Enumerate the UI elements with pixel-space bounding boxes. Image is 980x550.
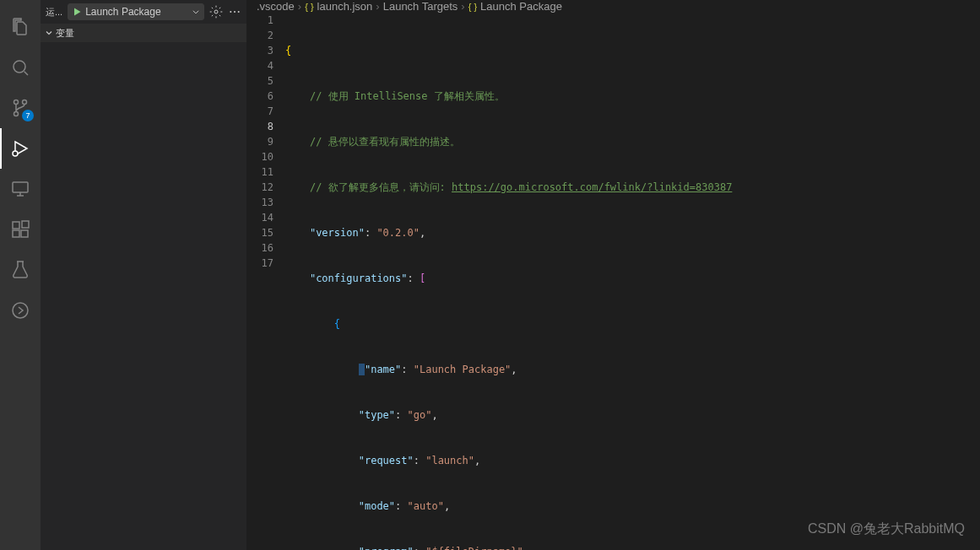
line-number: 17 [246,256,273,271]
config-name: Launch Package [85,6,188,18]
variables-section-header[interactable]: 变量 [41,24,246,42]
svg-point-11 [214,10,218,13]
line-number: 9 [246,134,273,149]
line-number: 1 [246,13,273,28]
line-number: 7 [246,104,273,119]
svg-point-10 [13,303,28,318]
svg-rect-7 [13,230,19,237]
svg-point-0 [14,61,25,73]
line-number: 14 [246,210,273,225]
line-number: 11 [246,164,273,180]
svg-rect-8 [21,230,28,237]
svg-point-3 [14,112,19,116]
run-label: 运... [46,6,62,19]
scm-badge: 7 [22,110,34,121]
line-number: 15 [246,225,273,240]
code-editor[interactable]: 1234567891011121314151617 { // 使用 Intell… [246,13,980,550]
debug-sidebar: 运... Launch Package 变量 [41,0,246,550]
editor-area: GOmain.go1GOdemo.impl.go1{ }launch.json×… [246,0,980,550]
line-number: 8 [246,119,273,134]
search-icon[interactable] [0,47,41,88]
remote-icon[interactable] [0,169,41,209]
svg-rect-5 [13,182,28,192]
play-icon [72,7,82,17]
gear-icon[interactable] [209,5,223,19]
svg-point-12 [230,11,231,13]
svg-point-2 [14,100,19,105]
bc-item: Launch Package [480,0,562,13]
json-icon: { } [468,2,477,12]
bc-section: Launch Targets [383,0,458,13]
line-number: 3 [246,43,273,58]
explorer-icon[interactable] [0,7,41,47]
line-number: 2 [246,28,273,43]
line-number: 13 [246,195,273,210]
debug-toolbar: 运... Launch Package [41,0,246,24]
line-number: 5 [246,73,273,89]
chevron-down-icon [192,8,200,16]
breadcrumb[interactable]: .vscode › { } launch.json › Launch Targe… [246,0,980,13]
bc-file: launch.json [317,0,373,13]
activity-bar: 7 [0,0,41,550]
code-content: { // 使用 IntelliSense 了解相关属性。 // 悬停以查看现有属… [285,13,980,550]
svg-point-13 [234,11,236,13]
variables-label: 变量 [56,27,74,40]
run-debug-icon[interactable] [0,128,41,169]
line-number: 16 [246,240,273,256]
json-icon: { } [305,2,313,12]
line-number: 12 [246,180,273,195]
svg-point-14 [238,11,240,13]
line-number: 4 [246,58,273,73]
activity-more-icon[interactable] [0,290,41,331]
config-dropdown[interactable]: Launch Package [68,3,204,20]
svg-rect-6 [13,222,19,229]
svg-point-4 [13,151,18,156]
gutter: 1234567891011121314151617 [246,13,285,550]
source-control-icon[interactable]: 7 [0,88,41,128]
test-icon[interactable] [0,250,41,290]
svg-rect-9 [22,221,29,228]
line-number: 6 [246,89,273,104]
extensions-icon[interactable] [0,209,41,250]
watermark: CSDN @兔老大RabbitMQ [808,520,965,538]
svg-point-1 [23,100,27,105]
line-number: 10 [246,149,273,164]
bc-folder: .vscode [257,0,295,13]
more-icon[interactable] [228,5,241,19]
variables-panel [41,42,246,550]
